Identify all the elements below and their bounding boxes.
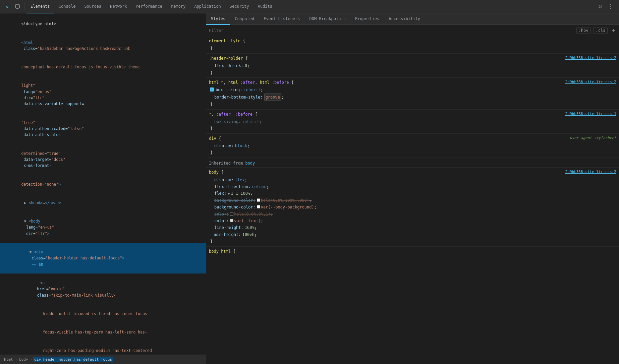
svg-rect-0 <box>15 5 19 8</box>
breadcrumb-body[interactable]: body <box>18 357 30 362</box>
breadcrumb-sep-1: › <box>14 357 18 362</box>
breadcrumb-html[interactable]: html <box>3 357 14 362</box>
inherited-from[interactable]: body <box>245 161 255 166</box>
tab-console[interactable]: Console <box>55 0 80 13</box>
breadcrumb: html › body › div.header-holder.has-defa… <box>0 355 206 364</box>
rule-selector: 2d9bb338.site-ltr.css:1 *, :after, :befo… <box>209 111 616 118</box>
breadcrumb-current[interactable]: div.header-holder.has-default-focus <box>33 357 113 362</box>
rule-prop-bg-color-2: background-color: var(--body-background)… <box>209 204 616 210</box>
rule-close: } <box>209 149 616 156</box>
tab-sources[interactable]: Sources <box>80 0 105 13</box>
emoji-button[interactable]: ☺ <box>596 3 605 10</box>
dom-line-skip-link-4: right-zero has-padding-medium has-text-c… <box>0 342 206 355</box>
styles-panel: Styles Computed Event Listeners DOM Brea… <box>206 13 619 364</box>
inherited-header: Inherited from body <box>206 158 619 168</box>
main-content: <!doctype html> <html class="hasSidebar … <box>0 13 619 364</box>
styles-tabs: Styles Computed Event Listeners DOM Brea… <box>206 13 619 25</box>
rule-prop-flex: flex: ▶ 1 1 100%; <box>209 190 616 197</box>
dom-line-head[interactable]: ▶ <head>…</head> <box>0 193 206 212</box>
dom-line-skip-link-3: focus-visible has-top-zero has-left-zero… <box>0 323 206 342</box>
rule-prop-display-flex: display: flex; <box>209 177 616 183</box>
tab-performance[interactable]: Performance <box>132 0 166 13</box>
rule-prop-display: display: block; <box>209 142 616 149</box>
dom-tree[interactable]: <!doctype html> <html class="hasSidebar … <box>0 13 206 355</box>
tab-dom-breakpoints[interactable]: DOM Breakpoints <box>305 13 350 25</box>
rule-close: } <box>209 101 616 108</box>
breadcrumb-sep-2: › <box>30 357 33 362</box>
rule-prop-flex-direction: flex-direction: column; <box>209 183 616 190</box>
styles-filter-input[interactable] <box>209 28 574 33</box>
rule-universal: 2d9bb338.site-ltr.css:1 *, :after, :befo… <box>206 110 619 134</box>
rule-prop-border-bottom: border-bottom-style: groove; <box>209 94 616 101</box>
rule-body-html: body html { <box>206 247 619 257</box>
rule-close: } <box>209 125 616 132</box>
styles-filter-bar: :hov .cls + <box>206 25 619 36</box>
dom-line-skip-link[interactable]: <a href="#main" class="skip-to-main-link… <box>0 274 206 304</box>
rule-selector: user agent stylesheet div { <box>209 135 616 142</box>
dom-line-header-holder[interactable]: ▼ <div class="header-holder has-default-… <box>0 243 206 274</box>
dom-line-skip-link-2: hidden-until-focused is-fixed has-inner-… <box>0 304 206 323</box>
dom-line-body[interactable]: ▼ <body lang="en-us" dir="ltr"> <box>0 212 206 243</box>
tab-elements[interactable]: Elements <box>26 0 54 13</box>
divider <box>24 3 24 10</box>
tab-application[interactable]: Application <box>190 0 225 13</box>
dom-line-html-5: determined="true" data-target="docs" x-m… <box>0 144 206 175</box>
rule-prop-min-height: min-height: 100vh; <box>209 231 616 238</box>
tab-computed[interactable]: Computed <box>230 13 259 25</box>
rule-selector: 2d9bb338.site-ltr.css:2 html *, html :af… <box>209 79 616 86</box>
rule-html-universal: 2d9bb338.site-ltr.css:2 html *, html :af… <box>206 78 619 110</box>
rule-prop-line-height: line-height: 160%; <box>209 224 616 231</box>
color-swatch-c2[interactable] <box>230 219 233 222</box>
rule-div: user agent stylesheet div { display: blo… <box>206 134 619 158</box>
rule-source[interactable]: 2d9bb338.site-ltr.css:1 <box>565 111 616 117</box>
rule-close: } <box>209 45 616 52</box>
cursor-icon[interactable]: ↖ <box>3 2 12 11</box>
rule-element-style: element.style { } <box>206 36 619 54</box>
color-swatch-c1[interactable] <box>230 212 233 216</box>
more-options-button[interactable]: ⋮ <box>605 3 616 10</box>
dom-line-doctype[interactable]: <!doctype html> <box>0 15 206 33</box>
rule-prop-box-sizing-strike: box-sizing: inherit; <box>209 118 616 125</box>
rule-close: } <box>209 69 616 76</box>
tab-memory[interactable]: Memory <box>167 0 189 13</box>
rule-selector: 2d9bb338.site-ltr.css:2 .header-holder { <box>209 55 616 62</box>
cls-button[interactable]: .cls <box>593 27 608 34</box>
rule-selector: body html { <box>209 248 616 255</box>
color-swatch-bg2[interactable] <box>257 205 260 208</box>
rule-close: } <box>209 238 616 245</box>
rule-prop-bg-color-1: background-color : hsla(0,0%,100%,.999); <box>209 197 616 204</box>
rule-prop-color-2: color: var(--text); <box>209 218 616 224</box>
rule-prop: flex-shrink: 0; <box>209 62 616 69</box>
svg-rect-1 <box>16 8 18 9</box>
main-toolbar: ↖ Elements Console Sources Network Perfo… <box>0 0 619 13</box>
tab-properties[interactable]: Properties <box>350 13 384 25</box>
tab-security[interactable]: Security <box>226 0 253 13</box>
hov-button[interactable]: :hov <box>576 27 591 34</box>
rule-prop-color-1: color : hsla(0,0%,9%,1); <box>209 211 616 218</box>
tab-styles[interactable]: Styles <box>206 13 230 25</box>
rule-source[interactable]: 2d9bb338.site-ltr.css:2 <box>565 79 616 85</box>
rule-source[interactable]: 2d9bb338.site-ltr.css:2 <box>565 169 616 175</box>
dom-line-html-2: conceptual has-default-focus js-focus-vi… <box>0 58 206 76</box>
tab-accessibility[interactable]: Accessibility <box>384 13 425 25</box>
styles-content[interactable]: element.style { } 2d9bb338.site-ltr.css:… <box>206 36 619 364</box>
tab-event-listeners[interactable]: Event Listeners <box>259 13 304 25</box>
rule-prop-box-sizing: box-sizing: inherit; <box>209 86 616 93</box>
rule-selector: element.style { <box>209 38 616 44</box>
dom-line-html-6: detection="none"> <box>0 175 206 193</box>
color-swatch-bg1[interactable] <box>257 198 260 202</box>
rule-source-ua: user agent stylesheet <box>570 135 616 141</box>
tab-network[interactable]: Network <box>106 0 131 13</box>
checkbox-box-sizing[interactable] <box>210 87 214 92</box>
dom-panel: <!doctype html> <html class="hasSidebar … <box>0 13 206 364</box>
rule-body: 2d9bb338.site-ltr.css:2 body { display: … <box>206 168 619 246</box>
dom-line-html-3: light" lang="en-us" dir="ltr" data-css-v… <box>0 76 206 113</box>
dom-line-html[interactable]: <html class="hasSidebar hasPageActions h… <box>0 33 206 58</box>
add-rule-button[interactable]: + <box>610 27 616 34</box>
tab-audits[interactable]: Audits <box>254 0 276 13</box>
device-icon[interactable] <box>13 2 22 11</box>
dom-line-html-4: "true" data-authenticated="false" data-a… <box>0 113 206 144</box>
rule-source[interactable]: 2d9bb338.site-ltr.css:2 <box>565 55 616 61</box>
rule-header-holder: 2d9bb338.site-ltr.css:2 .header-holder {… <box>206 54 619 78</box>
rule-selector: 2d9bb338.site-ltr.css:2 body { <box>209 169 616 176</box>
